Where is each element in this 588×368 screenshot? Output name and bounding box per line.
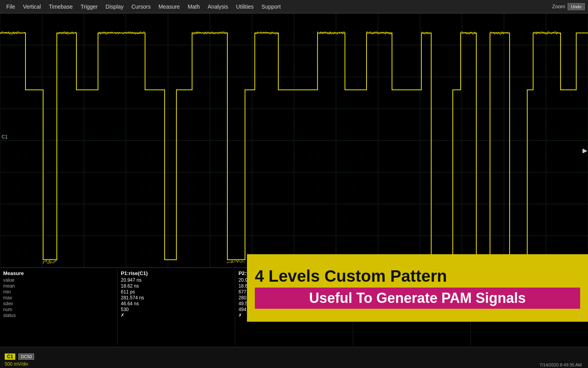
status-bar: C1 DC50 500 mV/div -15 mV ofs TELEDYNE L… xyxy=(0,347,588,368)
menu-support[interactable]: Support xyxy=(258,2,285,11)
p2-status: ✗ xyxy=(238,313,242,318)
p1-num: 530 xyxy=(121,307,129,312)
p1-value: 20.947 ns xyxy=(121,277,142,283)
datetime-display: 7/14/2020 8:49:35 AM xyxy=(539,363,582,367)
menu-trigger[interactable]: Trigger xyxy=(76,2,102,11)
measure-col-labels: Measure value mean min max sdev num stat… xyxy=(0,270,118,345)
channel-info-row: C1 DC50 xyxy=(5,353,58,360)
menu-math[interactable]: Math xyxy=(184,2,204,11)
p1-header: P1:rise(C1) xyxy=(121,270,232,276)
p1-mean: 18.62 ns xyxy=(121,283,139,289)
banner-title: 4 Levels Custom Pattern xyxy=(255,267,447,285)
measure-col-p1: P1:rise(C1) 20.947 ns 18.62 ns 611 ps 28… xyxy=(118,270,235,345)
menu-file[interactable]: File xyxy=(2,2,19,11)
menu-analysis[interactable]: Analysis xyxy=(204,2,232,11)
zoom-label: Zoom xyxy=(552,4,565,9)
menu-vertical[interactable]: Vertical xyxy=(19,2,45,11)
menu-timebase[interactable]: Timebase xyxy=(45,2,76,11)
menubar: File Vertical Timebase Trigger Display C… xyxy=(0,0,588,13)
row-label-value: value xyxy=(3,277,15,283)
p2-num: 494 xyxy=(238,307,246,312)
menu-utilities[interactable]: Utilities xyxy=(232,2,258,11)
p1-sdev: 46.64 ns xyxy=(121,301,139,306)
ch1-volts-div: 500 mV/div xyxy=(5,361,58,368)
row-label-max: max xyxy=(3,295,12,301)
row-label-sdev: sdev xyxy=(3,301,13,306)
p1-max: 281.574 ns xyxy=(121,295,144,301)
row-label-status: status xyxy=(3,313,16,318)
row-label-num: num xyxy=(3,307,12,312)
dc50-badge: DC50 xyxy=(18,353,34,360)
row-label-mean: mean xyxy=(3,283,15,289)
right-arrow-indicator: ▶ xyxy=(583,147,587,154)
p1-status: ✗ xyxy=(121,313,124,318)
p1-min: 611 ps xyxy=(121,289,135,295)
menu-cursors[interactable]: Cursors xyxy=(127,2,154,11)
undo-button[interactable]: Undo xyxy=(568,3,585,10)
ch1-badge: C1 xyxy=(5,353,15,360)
banner-subtitle: Useful To Generate PAM Signals xyxy=(255,288,580,309)
waveform-svg xyxy=(0,13,588,268)
menu-right-controls: Zoom Undo xyxy=(552,3,585,10)
banner-overlay: 4 Levels Custom Pattern Useful To Genera… xyxy=(247,254,588,322)
channel-label: C1 xyxy=(2,134,7,140)
row-label-min: min xyxy=(3,289,11,295)
menu-measure[interactable]: Measure xyxy=(154,2,183,11)
scope-display: C1 ▶ xyxy=(0,13,588,268)
status-right-panel: 7/14/2020 8:49:35 AM 5 kS 50.0 ns/div 10… xyxy=(438,360,585,368)
menu-display[interactable]: Display xyxy=(102,2,127,11)
measure-header: Measure xyxy=(3,270,114,276)
